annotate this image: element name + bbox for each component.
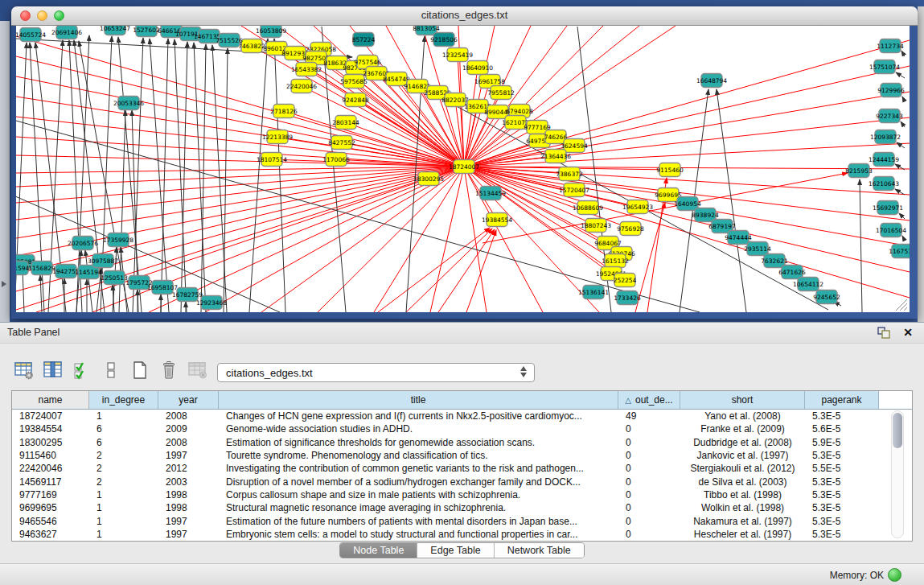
table-panel: Table Panel ✕ xyxy=(0,322,924,564)
table-row[interactable]: 2242004622012Investigating the contribut… xyxy=(12,462,912,475)
table-cell: 0 xyxy=(618,529,680,540)
network-node[interactable]: 8215953 xyxy=(845,164,873,178)
network-view[interactable]: 1872400774638228960128891293423226058982… xyxy=(16,26,910,312)
network-node[interactable]: 15692971 xyxy=(873,201,903,215)
network-node-label: 9115460 xyxy=(656,167,684,174)
network-node[interactable]: 1615132 xyxy=(602,254,629,268)
network-node[interactable]: 10654112 xyxy=(793,278,823,291)
network-node[interactable]: 2718126 xyxy=(270,105,298,118)
network-node[interactable]: 1733426 xyxy=(614,291,641,305)
column-header-name[interactable]: name xyxy=(12,391,89,409)
network-node[interactable]: 17016504 xyxy=(876,224,906,237)
network-node[interactable]: 16648794 xyxy=(696,74,727,88)
network-node[interactable]: 9218506 xyxy=(430,33,458,47)
network-node[interactable]: 30975887 xyxy=(88,254,118,268)
network-node[interactable]: 15751074 xyxy=(869,60,900,74)
network-node[interactable]: 12325419 xyxy=(442,48,473,62)
network-node-label: 9684067 xyxy=(594,240,622,247)
table-row[interactable]: 1456911722003Disruption of a novel membe… xyxy=(12,475,912,488)
network-node[interactable]: 9756928 xyxy=(617,222,644,236)
network-node[interactable]: 10653247 xyxy=(100,26,130,35)
table-row[interactable]: 1830029562008Estimation of significance … xyxy=(12,436,912,449)
network-node[interactable]: 9245652 xyxy=(813,290,840,304)
network-node[interactable]: 1167533 xyxy=(889,245,910,258)
column-visibility-icon[interactable] xyxy=(42,360,64,381)
column-header-year[interactable]: year xyxy=(158,391,219,409)
network-node[interactable]: 7386372 xyxy=(556,167,583,181)
table-row[interactable]: 969969511998Structural magnetic resonanc… xyxy=(12,501,912,514)
network-node[interactable]: 331594 xyxy=(16,262,30,275)
network-node[interactable]: 12093872 xyxy=(870,130,901,144)
table-row[interactable]: 977716911998Corpus callosum shape and si… xyxy=(12,488,912,501)
network-node[interactable]: 857224 xyxy=(352,33,376,47)
column-header-short[interactable]: short xyxy=(680,391,805,409)
tab-node-table[interactable]: Node Table xyxy=(340,543,417,558)
network-node[interactable]: 18300295 xyxy=(413,172,444,186)
window-titlebar[interactable]: citations_edges.txt xyxy=(11,6,918,26)
network-node[interactable]: 15134459 xyxy=(475,187,506,200)
network-node[interactable]: 16053809 xyxy=(256,26,286,38)
network-node[interactable]: 12444159 xyxy=(869,153,899,167)
network-canvas[interactable]: 1872400774638228960128891293423226058982… xyxy=(16,26,910,312)
table-row[interactable]: 911546021997Tourette syndrome. Phenomeno… xyxy=(12,449,912,462)
network-edge xyxy=(896,72,905,78)
network-node[interactable]: 20206576 xyxy=(68,237,98,250)
table-row[interactable]: 1938455462009Genome-wide association stu… xyxy=(12,422,912,435)
column-header-label: pagerank xyxy=(821,394,861,406)
network-node[interactable]: 1112734 xyxy=(877,39,904,53)
network-node[interactable]: 16210643 xyxy=(869,177,899,191)
network-node[interactable]: 12213389 xyxy=(262,130,293,144)
network-node[interactable]: 8427552 xyxy=(328,136,355,150)
network-node[interactable]: 1170066 xyxy=(322,153,350,167)
select-all-icon[interactable] xyxy=(71,360,93,381)
network-edge xyxy=(374,167,464,312)
network-node[interactable]: 9242848 xyxy=(342,93,369,107)
column-header-out_de[interactable]: △out_de... xyxy=(618,391,680,409)
float-panel-icon[interactable] xyxy=(877,327,890,339)
scrollbar-thumb[interactable] xyxy=(893,413,902,448)
network-edge xyxy=(717,89,746,312)
network-node[interactable]: 1527602 xyxy=(133,26,160,37)
network-node[interactable]: 12923468 xyxy=(196,296,227,310)
network-node[interactable]: 2803144 xyxy=(332,116,359,130)
network-node[interactable]: 9474444 xyxy=(725,231,752,245)
network-node[interactable]: 18807243 xyxy=(581,219,611,233)
table-row[interactable]: 946362711997Embryonic stem cells: a mode… xyxy=(12,528,912,541)
network-node[interactable]: 9115460 xyxy=(656,163,684,177)
new-column-icon[interactable] xyxy=(129,360,151,381)
table-selector-dropdown[interactable]: citations_edges.txt xyxy=(217,363,535,382)
tab-edge-table[interactable]: Edge Table xyxy=(417,543,494,558)
close-panel-icon[interactable]: ✕ xyxy=(903,325,913,340)
column-header-in_degree[interactable]: in_degree xyxy=(89,391,158,409)
network-node[interactable]: 20691406 xyxy=(51,26,82,39)
delete-column-icon[interactable] xyxy=(158,360,180,381)
resize-grip-icon[interactable] xyxy=(900,303,907,311)
network-node[interactable]: 7955812 xyxy=(487,86,515,100)
network-node[interactable]: 17359928 xyxy=(103,233,133,247)
network-node[interactable]: 22420046 xyxy=(286,80,317,93)
network-node[interactable]: 20053346 xyxy=(113,97,144,110)
table-settings-icon[interactable] xyxy=(13,360,35,381)
network-node[interactable]: 19384554 xyxy=(482,213,512,227)
network-node[interactable]: 7515526 xyxy=(216,34,243,47)
network-node[interactable]: 14055724 xyxy=(16,28,46,42)
table-row[interactable]: 946554611997Estimation of the future num… xyxy=(12,514,912,527)
network-node[interactable]: 18640910 xyxy=(462,61,493,75)
table-row[interactable]: 1872400712008Changes of HCN gene express… xyxy=(12,410,912,422)
network-node[interactable]: 15136141 xyxy=(578,286,609,299)
network-node[interactable]: 9129966 xyxy=(877,84,905,97)
resize-grip-icon[interactable] xyxy=(904,307,907,311)
delete-table-icon[interactable] xyxy=(187,360,209,381)
network-node[interactable]: 9227343 xyxy=(876,109,903,123)
table-scrollbar[interactable] xyxy=(891,410,904,538)
column-header-title[interactable]: title xyxy=(219,391,618,409)
network-node[interactable]: 5975685 xyxy=(340,75,368,89)
network-node[interactable]: 10688609 xyxy=(573,201,603,215)
panel-collapse-arrow-icon[interactable] xyxy=(2,281,6,287)
clear-selection-icon[interactable] xyxy=(100,360,122,381)
network-node[interactable]: 1156829 xyxy=(28,262,55,275)
column-header-pagerank[interactable]: pagerank xyxy=(805,391,879,409)
network-node[interactable]: 1250513 xyxy=(101,271,128,285)
network-node[interactable]: 252254 xyxy=(614,274,637,287)
tab-network-table[interactable]: Network Table xyxy=(495,543,584,558)
